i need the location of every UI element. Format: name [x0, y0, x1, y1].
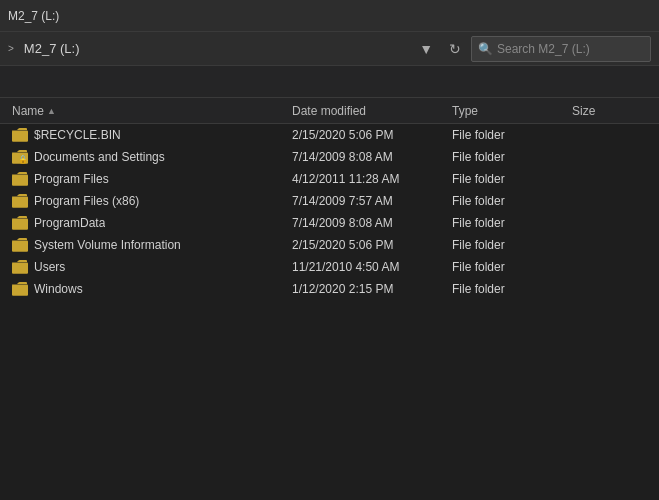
file-rows-container: $RECYCLE.BIN 2/15/2020 5:06 PM File fold… — [0, 124, 659, 300]
toolbar — [0, 66, 659, 98]
file-name: $RECYCLE.BIN — [34, 128, 121, 142]
file-date: 7/14/2009 8:08 AM — [292, 150, 452, 164]
file-type: File folder — [452, 194, 572, 208]
file-name: ProgramData — [34, 216, 105, 230]
file-list-container: Name ▲ Date modified Type Size — [0, 98, 659, 500]
svg-rect-9 — [12, 220, 28, 230]
file-type: File folder — [452, 282, 572, 296]
file-name: Program Files — [34, 172, 109, 186]
search-icon: 🔍 — [478, 42, 493, 56]
table-row[interactable]: Windows 1/12/2020 2:15 PM File folder — [0, 278, 659, 300]
table-row[interactable]: Program Files (x86) 7/14/2009 7:57 AM Fi… — [0, 190, 659, 212]
title-bar-text: M2_7 (L:) — [8, 9, 59, 23]
file-type: File folder — [452, 150, 572, 164]
refresh-button[interactable]: ↻ — [443, 37, 467, 61]
breadcrumb-chevron: > — [8, 43, 14, 54]
sort-arrow-icon: ▲ — [47, 106, 56, 116]
table-row[interactable]: 🔒 Documents and Settings 7/14/2009 8:08 … — [0, 146, 659, 168]
col-header-size[interactable]: Size — [572, 104, 652, 118]
file-name: Users — [34, 260, 65, 274]
dropdown-button[interactable]: ▼ — [413, 37, 439, 61]
folder-icon — [12, 282, 28, 296]
title-bar: M2_7 (L:) — [0, 0, 659, 32]
file-name: System Volume Information — [34, 238, 181, 252]
search-box[interactable]: 🔍 — [471, 36, 651, 62]
svg-rect-13 — [12, 264, 28, 274]
folder-icon — [12, 172, 28, 186]
file-type: File folder — [452, 172, 572, 186]
svg-rect-11 — [12, 242, 28, 252]
folder-icon — [12, 128, 28, 142]
svg-rect-1 — [12, 132, 28, 142]
table-row[interactable]: System Volume Information 2/15/2020 5:06… — [0, 234, 659, 256]
col-header-date[interactable]: Date modified — [292, 104, 452, 118]
file-date: 11/21/2010 4:50 AM — [292, 260, 452, 274]
file-date: 7/14/2009 8:08 AM — [292, 216, 452, 230]
svg-rect-7 — [12, 198, 28, 208]
column-headers: Name ▲ Date modified Type Size — [0, 98, 659, 124]
svg-rect-5 — [12, 176, 28, 186]
file-date: 1/12/2020 2:15 PM — [292, 282, 452, 296]
table-row[interactable]: Program Files 4/12/2011 11:28 AM File fo… — [0, 168, 659, 190]
file-type: File folder — [452, 216, 572, 230]
file-date: 4/12/2011 11:28 AM — [292, 172, 452, 186]
file-name: Windows — [34, 282, 83, 296]
folder-icon — [12, 260, 28, 274]
breadcrumb-controls: ▼ ↻ — [413, 37, 467, 61]
file-name: Program Files (x86) — [34, 194, 139, 208]
col-header-name[interactable]: Name ▲ — [12, 104, 292, 118]
folder-icon — [12, 194, 28, 208]
table-row[interactable]: $RECYCLE.BIN 2/15/2020 5:06 PM File fold… — [0, 124, 659, 146]
folder-icon — [12, 238, 28, 252]
folder-icon: 🔒 — [12, 150, 28, 164]
file-type: File folder — [452, 260, 572, 274]
search-input[interactable] — [497, 42, 644, 56]
file-date: 2/15/2020 5:06 PM — [292, 238, 452, 252]
folder-icon — [12, 216, 28, 230]
address-bar: > M2_7 (L:) ▼ ↻ 🔍 — [0, 32, 659, 66]
table-row[interactable]: Users 11/21/2010 4:50 AM File folder — [0, 256, 659, 278]
breadcrumb-label[interactable]: M2_7 (L:) — [18, 39, 86, 58]
file-name: Documents and Settings — [34, 150, 165, 164]
file-type: File folder — [452, 238, 572, 252]
col-header-type[interactable]: Type — [452, 104, 572, 118]
file-date: 2/15/2020 5:06 PM — [292, 128, 452, 142]
table-row[interactable]: ProgramData 7/14/2009 8:08 AM File folde… — [0, 212, 659, 234]
svg-rect-15 — [12, 286, 28, 296]
file-date: 7/14/2009 7:57 AM — [292, 194, 452, 208]
file-type: File folder — [452, 128, 572, 142]
